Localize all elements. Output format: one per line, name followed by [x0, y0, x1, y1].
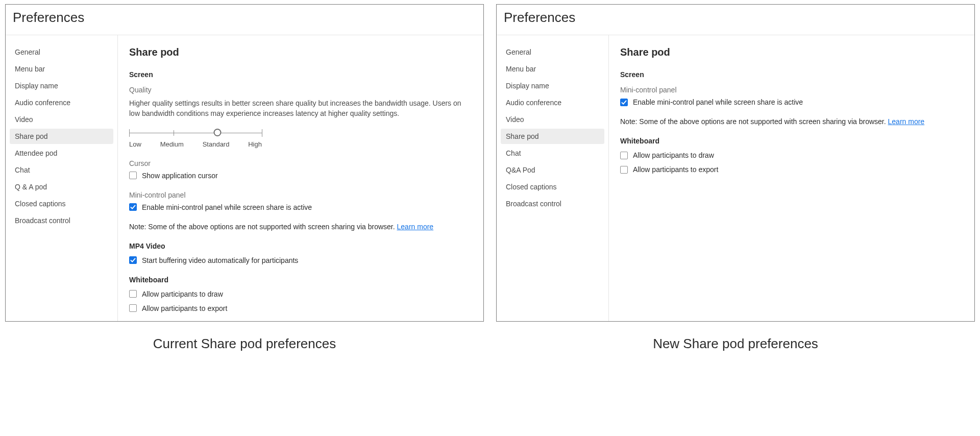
screen-heading: Screen — [129, 70, 473, 79]
content-right: Share pod Screen Mini-control panel Enab… — [609, 35, 974, 321]
slider-handle[interactable] — [214, 129, 222, 136]
screen-heading: Screen — [620, 70, 964, 79]
sidebar-item-menubar[interactable]: Menu bar — [501, 61, 604, 77]
checkbox-label: Allow participants to draw — [142, 290, 223, 298]
checkbox-label: Allow participants to export — [142, 304, 227, 312]
slider-labels: Low Medium Standard High — [129, 140, 262, 148]
wb-export-checkbox-row[interactable]: Allow participants to export — [620, 165, 964, 174]
sidebar-item-audio-conference[interactable]: Audio conference — [501, 95, 604, 110]
checkbox-label: Start buffering video automatically for … — [142, 256, 298, 264]
cursor-group: Cursor Show application cursor — [129, 159, 473, 180]
checkbox-icon[interactable] — [129, 304, 137, 312]
mini-control-group: Mini-control panel Enable mini-control p… — [620, 86, 964, 106]
sidebar-item-share-pod[interactable]: Share pod — [10, 129, 113, 144]
checkbox-label: Allow participants to draw — [633, 151, 714, 159]
content-title: Share pod — [620, 46, 964, 58]
sidebar-item-closed-captions[interactable]: Closed captions — [501, 179, 604, 195]
quality-description: Higher quality settings results in bette… — [129, 98, 473, 119]
wb-draw-checkbox-row[interactable]: Allow participants to draw — [620, 151, 964, 159]
mini-control-checkbox-row[interactable]: Enable mini-control panel while screen s… — [620, 98, 964, 106]
sidebar-item-video[interactable]: Video — [501, 112, 604, 127]
panel-body: General Menu bar Display name Audio conf… — [6, 35, 483, 321]
mini-control-heading: Mini-control panel — [129, 191, 473, 199]
caption-left: Current Share pod preferences — [5, 336, 484, 352]
content-left: Share pod Screen Quality Higher quality … — [118, 35, 483, 321]
caption-right: New Share pod preferences — [496, 336, 975, 352]
sidebar-right: General Menu bar Display name Audio conf… — [497, 35, 609, 321]
sidebar-item-audio-conference[interactable]: Audio conference — [10, 95, 113, 110]
checkbox-label: Allow participants to export — [633, 165, 718, 174]
checkbox-icon[interactable] — [129, 290, 137, 298]
note-text: Note: Some of the above options are not … — [620, 117, 964, 126]
cursor-heading: Cursor — [129, 159, 473, 167]
sidebar-item-attendee-pod[interactable]: Attendee pod — [10, 146, 113, 161]
quality-slider[interactable]: Low Medium Standard High — [129, 129, 262, 148]
sidebar-item-closed-captions[interactable]: Closed captions — [10, 196, 113, 211]
sidebar-item-chat[interactable]: Chat — [10, 162, 113, 178]
preferences-panel-current: Preferences General Menu bar Display nam… — [5, 4, 484, 322]
sidebar-item-broadcast-control[interactable]: Broadcast control — [10, 213, 113, 228]
panel-body: General Menu bar Display name Audio conf… — [497, 35, 974, 321]
wb-draw-checkbox-row[interactable]: Allow participants to draw — [129, 290, 473, 298]
quality-heading: Quality — [129, 86, 473, 94]
mini-control-group: Mini-control panel Enable mini-control p… — [129, 191, 473, 211]
panel-title: Preferences — [497, 5, 974, 35]
sidebar-left: General Menu bar Display name Audio conf… — [6, 35, 118, 321]
sidebar-item-broadcast-control[interactable]: Broadcast control — [501, 196, 604, 211]
sidebar-item-qa-pod[interactable]: Q & A pod — [10, 179, 113, 195]
quality-group: Quality Higher quality settings results … — [129, 86, 473, 148]
checkbox-icon[interactable] — [620, 166, 628, 174]
whiteboard-heading: Whiteboard — [620, 137, 964, 145]
checkbox-icon[interactable] — [129, 203, 137, 211]
slider-track[interactable] — [129, 129, 262, 137]
checkbox-icon[interactable] — [129, 256, 137, 264]
checkbox-label: Enable mini-control panel while screen s… — [142, 203, 312, 211]
mp4-group: MP4 Video Start buffering video automati… — [129, 242, 473, 264]
mp4-heading: MP4 Video — [129, 242, 473, 250]
sidebar-item-display-name[interactable]: Display name — [501, 78, 604, 93]
note-text: Note: Some of the above options are not … — [129, 223, 473, 231]
mini-control-heading: Mini-control panel — [620, 86, 964, 94]
checkbox-icon[interactable] — [620, 99, 628, 106]
captions-row: Current Share pod preferences New Share … — [5, 336, 975, 352]
sidebar-item-general[interactable]: General — [10, 44, 113, 60]
checkbox-icon[interactable] — [129, 172, 137, 179]
mini-control-checkbox-row[interactable]: Enable mini-control panel while screen s… — [129, 203, 473, 211]
content-title: Share pod — [129, 46, 473, 58]
cursor-checkbox-row[interactable]: Show application cursor — [129, 172, 473, 180]
wb-export-checkbox-row[interactable]: Allow participants to export — [129, 304, 473, 312]
preferences-panel-new: Preferences General Menu bar Display nam… — [496, 4, 975, 322]
whiteboard-group: Whiteboard Allow participants to draw Al… — [129, 276, 473, 312]
sidebar-item-chat[interactable]: Chat — [501, 146, 604, 161]
sidebar-item-share-pod[interactable]: Share pod — [501, 129, 604, 144]
sidebar-item-general[interactable]: General — [501, 44, 604, 60]
learn-more-link[interactable]: Learn more — [397, 223, 434, 231]
checkbox-label: Show application cursor — [142, 172, 218, 180]
whiteboard-group: Whiteboard Allow participants to draw Al… — [620, 137, 964, 174]
whiteboard-heading: Whiteboard — [129, 276, 473, 284]
sidebar-item-qa-pod[interactable]: Q&A Pod — [501, 162, 604, 178]
checkbox-icon[interactable] — [620, 152, 628, 159]
learn-more-link[interactable]: Learn more — [888, 117, 925, 126]
sidebar-item-video[interactable]: Video — [10, 112, 113, 127]
panel-title: Preferences — [6, 5, 483, 35]
sidebar-item-menubar[interactable]: Menu bar — [10, 61, 113, 77]
sidebar-item-display-name[interactable]: Display name — [10, 78, 113, 93]
checkbox-label: Enable mini-control panel while screen s… — [633, 98, 803, 106]
mp4-checkbox-row[interactable]: Start buffering video automatically for … — [129, 256, 473, 264]
